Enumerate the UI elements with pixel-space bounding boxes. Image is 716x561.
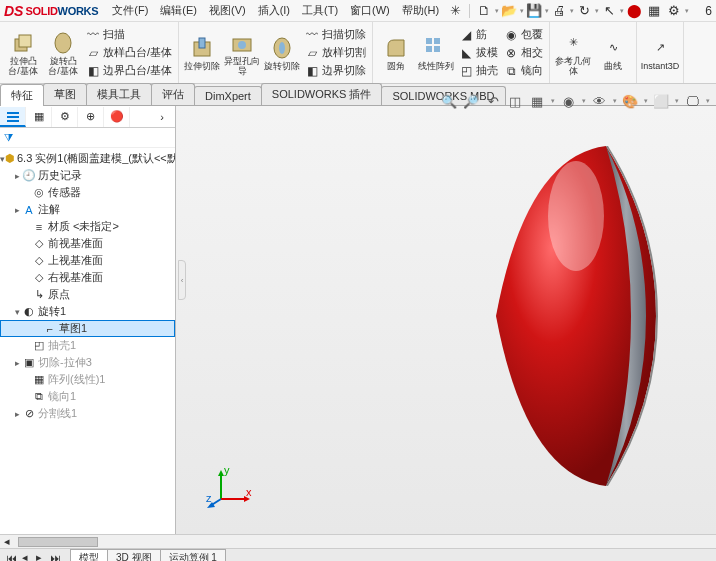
svg-point-6 <box>238 41 246 49</box>
svg-rect-9 <box>426 38 432 44</box>
zoom-area-icon[interactable]: 🔎 <box>462 92 480 110</box>
tab-dimxpert[interactable]: DimXpert <box>194 86 262 105</box>
funnel-icon[interactable]: ⧩ <box>4 131 13 144</box>
menu-file[interactable]: 文件(F) <box>106 1 154 20</box>
sensor-icon: ◎ <box>32 186 46 200</box>
prev-view-icon[interactable]: ↶ <box>484 92 502 110</box>
wrap-button[interactable]: ◉包覆 <box>502 26 545 43</box>
ref-geometry-button[interactable]: ✳参考几何体 <box>554 28 592 78</box>
plane-icon: ◇ <box>32 254 46 268</box>
scroll-thumb[interactable] <box>18 537 98 547</box>
rebuild-icon[interactable]: ↻ <box>576 3 592 19</box>
feature-tree[interactable]: ▾⬢6.3 实例1(椭圆盖建模_(默认<<默认>_显 ▸🕘历史记录 ◎传感器 ▸… <box>0 148 175 534</box>
tab-evaluate[interactable]: 评估 <box>151 83 195 105</box>
tree-origin[interactable]: ↳原点 <box>0 286 175 303</box>
panel-collapse-handle[interactable]: ‹ <box>178 260 186 300</box>
tab-nav-prev-icon[interactable]: ◂ <box>22 551 28 561</box>
tab-nav-start-icon[interactable]: ⏮ <box>6 552 17 562</box>
menu-window[interactable]: 窗口(W) <box>344 1 396 20</box>
edit-appearance-icon[interactable]: 🎨 <box>621 92 639 110</box>
tab-sketch[interactable]: 草图 <box>43 83 87 105</box>
linear-pattern-button[interactable]: 线性阵列 <box>417 33 455 73</box>
tree-mirror1[interactable]: ⧉镜向1 <box>0 388 175 405</box>
menu-tools[interactable]: 工具(T) <box>296 1 344 20</box>
horizontal-scrollbar[interactable]: ◂ <box>0 534 716 548</box>
display-style-icon[interactable]: ◉ <box>559 92 577 110</box>
tab-addins[interactable]: SOLIDWORKS 插件 <box>261 83 383 105</box>
extrude-boss-button[interactable]: 拉伸凸台/基体 <box>4 28 42 78</box>
options-icon[interactable]: ⚙ <box>666 3 682 19</box>
view-triad[interactable]: y x z <box>206 464 256 514</box>
sweep-button[interactable]: 〰扫描 <box>84 26 174 43</box>
tab-nav-end-icon[interactable]: ⏭ <box>50 552 61 562</box>
print-icon[interactable]: 🖨 <box>551 3 567 19</box>
display-manager-tab[interactable]: 🔴 <box>104 107 130 127</box>
fillet-button[interactable]: 圆角 <box>377 33 415 73</box>
sweep-cut-button[interactable]: 〰扫描切除 <box>303 26 368 43</box>
boundary-button[interactable]: ◧边界凸台/基体 <box>84 62 174 79</box>
open-icon[interactable]: 📂 <box>501 3 517 19</box>
btab-model[interactable]: 模型 <box>70 549 108 562</box>
dimxpert-manager-tab[interactable]: ⊕ <box>78 107 104 127</box>
menu-help[interactable]: 帮助(H) <box>396 1 445 20</box>
rib-button[interactable]: ◢筋 <box>457 26 500 43</box>
revolve-boss-button[interactable]: 旋转凸台/基体 <box>44 28 82 78</box>
annotation-icon: A <box>22 203 36 217</box>
configuration-manager-tab[interactable]: ⚙ <box>52 107 78 127</box>
select-icon[interactable]: ↖ <box>601 3 617 19</box>
svg-text:x: x <box>246 486 252 498</box>
intersect-button[interactable]: ⊗相交 <box>502 44 545 61</box>
loft-cut-button[interactable]: ▱放样切割 <box>303 44 368 61</box>
tree-shell1[interactable]: ◰抽壳1 <box>0 337 175 354</box>
property-manager-tab[interactable]: ▦ <box>26 107 52 127</box>
feature-manager-tab[interactable] <box>0 107 26 127</box>
tree-split1[interactable]: ▸⊘分割线1 <box>0 405 175 422</box>
tab-features[interactable]: 特征 <box>0 84 44 106</box>
tab-mold[interactable]: 模具工具 <box>86 83 152 105</box>
revolve-cut-button[interactable]: 旋转切除 <box>263 33 301 73</box>
new-doc-icon[interactable]: 🗋 <box>476 3 492 19</box>
btab-motion[interactable]: 运动算例 1 <box>160 549 226 562</box>
tree-sensors[interactable]: ◎传感器 <box>0 184 175 201</box>
section-view-icon[interactable]: ◫ <box>506 92 524 110</box>
menu-insert[interactable]: 插入(I) <box>252 1 296 20</box>
loft-button[interactable]: ▱放样凸台/基体 <box>84 44 174 61</box>
tree-material[interactable]: ≡材质 <未指定> <box>0 218 175 235</box>
mirror-button[interactable]: ⧉镜向 <box>502 62 545 79</box>
instant3d-button[interactable]: ↗Instant3D <box>641 33 679 73</box>
tree-front-plane[interactable]: ◇前视基准面 <box>0 235 175 252</box>
tree-top-plane[interactable]: ◇上视基准面 <box>0 252 175 269</box>
view-settings-icon[interactable]: 🖵 <box>683 92 701 110</box>
shell-button[interactable]: ◰抽壳 <box>457 62 500 79</box>
menu-edit[interactable]: 编辑(E) <box>154 1 203 20</box>
tree-cutext3[interactable]: ▸▣切除-拉伸3 <box>0 354 175 371</box>
menu-view[interactable]: 视图(V) <box>203 1 252 20</box>
scroll-left-icon[interactable]: ◂ <box>0 535 14 548</box>
tree-revolve1[interactable]: ▾◐旋转1 <box>0 303 175 320</box>
tab-nav-next-icon[interactable]: ▸ <box>36 551 42 561</box>
svg-rect-10 <box>434 38 440 44</box>
tree-lpattern1[interactable]: ▦阵列(线性)1 <box>0 371 175 388</box>
draft-button[interactable]: ◣拔模 <box>457 44 500 61</box>
tree-sketch1[interactable]: ⌐草图1 <box>0 320 175 337</box>
split-icon: ⊘ <box>22 407 36 421</box>
extrude-cut-button[interactable]: 拉伸切除 <box>183 33 221 73</box>
save-icon[interactable]: 💾 <box>526 3 542 19</box>
zoom-fit-icon[interactable]: 🔍 <box>440 92 458 110</box>
panel-expand-icon[interactable]: › <box>149 107 175 127</box>
graphics-viewport[interactable]: y x z <box>176 106 716 534</box>
tree-root[interactable]: ▾⬢6.3 实例1(椭圆盖建模_(默认<<默认>_显 <box>0 150 175 167</box>
tree-history[interactable]: ▸🕘历史记录 <box>0 167 175 184</box>
boundary-cut-button[interactable]: ◧边界切除 <box>303 62 368 79</box>
btab-3dview[interactable]: 3D 视图 <box>107 549 161 562</box>
tree-annotations[interactable]: ▸A注解 <box>0 201 175 218</box>
curves-button[interactable]: ∿曲线 <box>594 33 632 73</box>
apply-scene-icon[interactable]: ⬜ <box>652 92 670 110</box>
view-orientation-icon[interactable]: ▦ <box>528 92 546 110</box>
hide-show-icon[interactable]: 👁 <box>590 92 608 110</box>
view-icon[interactable]: ▦ <box>646 3 662 19</box>
link-icon[interactable]: ⬤ <box>626 3 642 19</box>
search-icon[interactable]: ✳ <box>447 3 463 19</box>
hole-wizard-button[interactable]: 异型孔向导 <box>223 28 261 78</box>
tree-right-plane[interactable]: ◇右视基准面 <box>0 269 175 286</box>
